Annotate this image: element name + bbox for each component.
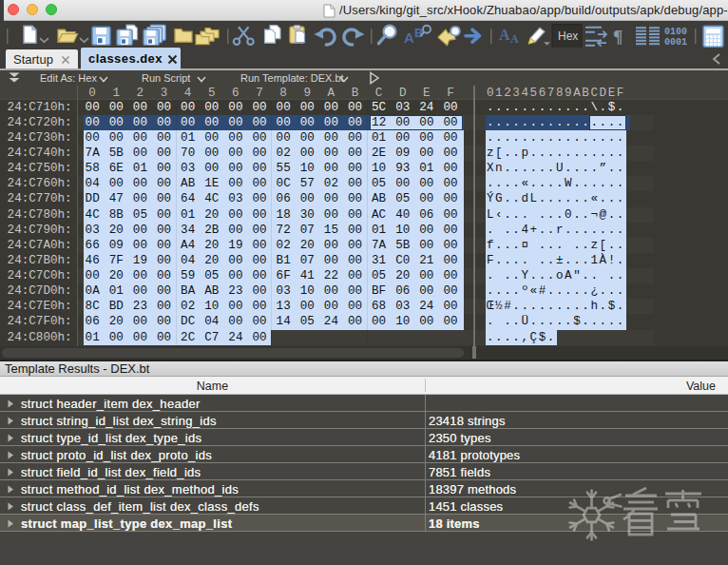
svg-text:0100: 0100 (664, 27, 687, 37)
svg-text:¶: ¶ (613, 27, 623, 47)
svg-text:A: A (404, 29, 414, 46)
svg-text:A: A (499, 27, 510, 43)
svg-text:0001: 0001 (664, 37, 687, 48)
svg-text:Hex: Hex (558, 29, 578, 43)
svg-text:A: A (510, 32, 519, 46)
